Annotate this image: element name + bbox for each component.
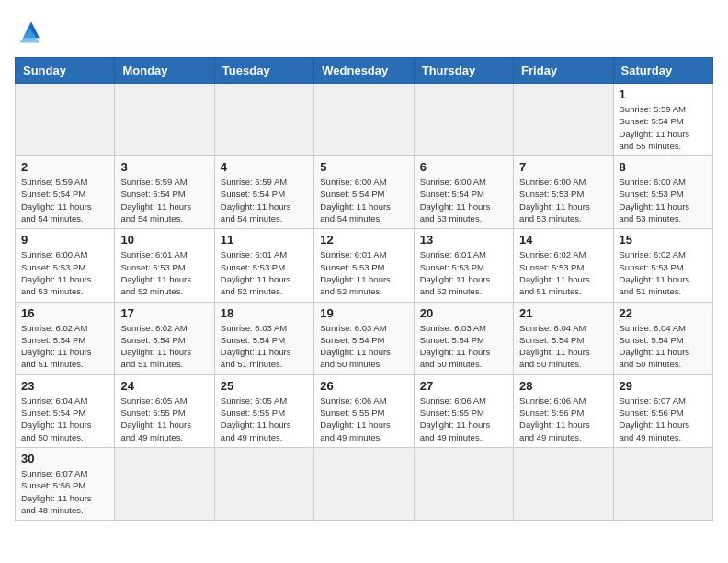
calendar-cell: 29Sunrise: 6:07 AM Sunset: 5:56 PM Dayli… [613, 374, 712, 447]
weekday-header-wednesday: Wednesday [314, 58, 414, 84]
day-info: Sunrise: 6:05 AM Sunset: 5:55 PM Dayligh… [221, 395, 308, 443]
day-number: 1 [620, 87, 707, 101]
day-number: 19 [320, 306, 407, 320]
calendar-table: SundayMondayTuesdayWednesdayThursdayFrid… [15, 57, 713, 521]
day-info: Sunrise: 6:00 AM Sunset: 5:53 PM Dayligh… [21, 248, 108, 297]
day-info: Sunrise: 6:04 AM Sunset: 5:54 PM Dayligh… [519, 322, 607, 371]
day-info: Sunrise: 6:03 AM Sunset: 5:54 PM Dayligh… [221, 322, 308, 371]
weekday-header-saturday: Saturday [613, 58, 712, 84]
day-info: Sunrise: 6:06 AM Sunset: 5:55 PM Dayligh… [420, 395, 507, 443]
day-number: 5 [320, 160, 407, 174]
calendar-week-row: 1Sunrise: 5:59 AM Sunset: 5:54 PM Daylig… [16, 84, 713, 156]
day-info: Sunrise: 6:06 AM Sunset: 5:55 PM Dayligh… [320, 395, 407, 443]
calendar-cell: 12Sunrise: 6:01 AM Sunset: 5:53 PM Dayli… [314, 229, 414, 302]
logo-icon [15, 15, 48, 48]
page-header [15, 15, 713, 48]
calendar-cell [115, 447, 214, 520]
day-info: Sunrise: 6:01 AM Sunset: 5:53 PM Dayligh… [420, 248, 507, 297]
day-number: 15 [620, 233, 707, 247]
calendar-week-row: 16Sunrise: 6:02 AM Sunset: 5:54 PM Dayli… [16, 302, 713, 374]
day-number: 16 [21, 306, 108, 320]
day-number: 2 [21, 160, 108, 174]
calendar-cell: 11Sunrise: 6:01 AM Sunset: 5:53 PM Dayli… [214, 229, 313, 302]
calendar-week-row: 30Sunrise: 6:07 AM Sunset: 5:56 PM Dayli… [16, 447, 713, 520]
day-number: 6 [420, 160, 507, 174]
calendar-cell: 7Sunrise: 6:00 AM Sunset: 5:53 PM Daylig… [514, 156, 613, 229]
calendar-cell: 1Sunrise: 5:59 AM Sunset: 5:54 PM Daylig… [613, 84, 712, 156]
weekday-header-thursday: Thursday [414, 58, 513, 84]
day-number: 27 [420, 379, 507, 393]
weekday-header-monday: Monday [115, 58, 214, 84]
day-info: Sunrise: 6:00 AM Sunset: 5:53 PM Dayligh… [519, 176, 607, 224]
calendar-cell [314, 447, 414, 520]
calendar-cell [414, 84, 513, 156]
calendar-cell: 19Sunrise: 6:03 AM Sunset: 5:54 PM Dayli… [314, 302, 414, 374]
calendar-cell: 28Sunrise: 6:06 AM Sunset: 5:56 PM Dayli… [514, 374, 613, 447]
calendar-cell: 3Sunrise: 5:59 AM Sunset: 5:54 PM Daylig… [115, 156, 214, 229]
day-info: Sunrise: 6:06 AM Sunset: 5:56 PM Dayligh… [519, 395, 607, 443]
calendar-cell: 6Sunrise: 6:00 AM Sunset: 5:54 PM Daylig… [414, 156, 513, 229]
calendar-cell: 2Sunrise: 5:59 AM Sunset: 5:54 PM Daylig… [16, 156, 115, 229]
day-info: Sunrise: 6:04 AM Sunset: 5:54 PM Dayligh… [21, 395, 108, 443]
weekday-header-sunday: Sunday [16, 58, 115, 84]
calendar-week-row: 23Sunrise: 6:04 AM Sunset: 5:54 PM Dayli… [16, 374, 713, 447]
calendar-body: 1Sunrise: 5:59 AM Sunset: 5:54 PM Daylig… [16, 84, 713, 521]
day-number: 26 [320, 379, 407, 393]
calendar-cell: 30Sunrise: 6:07 AM Sunset: 5:56 PM Dayli… [16, 447, 115, 520]
day-info: Sunrise: 6:02 AM Sunset: 5:54 PM Dayligh… [120, 322, 208, 371]
calendar-cell: 8Sunrise: 6:00 AM Sunset: 5:53 PM Daylig… [613, 156, 712, 229]
calendar-cell: 25Sunrise: 6:05 AM Sunset: 5:55 PM Dayli… [214, 374, 313, 447]
day-info: Sunrise: 6:00 AM Sunset: 5:54 PM Dayligh… [320, 176, 407, 224]
day-info: Sunrise: 5:59 AM Sunset: 5:54 PM Dayligh… [21, 176, 108, 224]
day-number: 8 [620, 160, 707, 174]
day-info: Sunrise: 6:03 AM Sunset: 5:54 PM Dayligh… [320, 322, 407, 371]
day-info: Sunrise: 6:02 AM Sunset: 5:54 PM Dayligh… [21, 322, 108, 371]
day-number: 24 [120, 379, 208, 393]
day-number: 3 [120, 160, 208, 174]
weekday-header-tuesday: Tuesday [214, 58, 313, 84]
calendar-week-row: 2Sunrise: 5:59 AM Sunset: 5:54 PM Daylig… [16, 156, 713, 229]
calendar-cell: 20Sunrise: 6:03 AM Sunset: 5:54 PM Dayli… [414, 302, 513, 374]
day-number: 10 [120, 233, 208, 247]
day-info: Sunrise: 5:59 AM Sunset: 5:54 PM Dayligh… [620, 103, 707, 152]
day-number: 20 [420, 306, 507, 320]
day-info: Sunrise: 6:02 AM Sunset: 5:53 PM Dayligh… [519, 248, 607, 297]
day-number: 14 [519, 233, 607, 247]
calendar-cell: 5Sunrise: 6:00 AM Sunset: 5:54 PM Daylig… [314, 156, 414, 229]
day-info: Sunrise: 6:05 AM Sunset: 5:55 PM Dayligh… [120, 395, 208, 443]
day-number: 23 [21, 379, 108, 393]
day-number: 28 [519, 379, 607, 393]
day-number: 25 [221, 379, 308, 393]
calendar-cell [514, 84, 613, 156]
day-info: Sunrise: 6:03 AM Sunset: 5:54 PM Dayligh… [420, 322, 507, 371]
calendar-cell [514, 447, 613, 520]
calendar-cell: 21Sunrise: 6:04 AM Sunset: 5:54 PM Dayli… [514, 302, 613, 374]
day-info: Sunrise: 5:59 AM Sunset: 5:54 PM Dayligh… [120, 176, 208, 224]
calendar-cell [613, 447, 712, 520]
weekday-header-friday: Friday [514, 58, 613, 84]
day-number: 22 [620, 306, 707, 320]
calendar-cell [16, 84, 115, 156]
day-info: Sunrise: 6:01 AM Sunset: 5:53 PM Dayligh… [320, 248, 407, 297]
calendar-cell [115, 84, 214, 156]
day-info: Sunrise: 6:00 AM Sunset: 5:54 PM Dayligh… [420, 176, 507, 224]
day-number: 21 [519, 306, 607, 320]
day-number: 29 [620, 379, 707, 393]
calendar-cell: 24Sunrise: 6:05 AM Sunset: 5:55 PM Dayli… [115, 374, 214, 447]
calendar-cell: 16Sunrise: 6:02 AM Sunset: 5:54 PM Dayli… [16, 302, 115, 374]
day-info: Sunrise: 6:01 AM Sunset: 5:53 PM Dayligh… [120, 248, 208, 297]
day-info: Sunrise: 6:07 AM Sunset: 5:56 PM Dayligh… [620, 395, 707, 443]
day-number: 30 [21, 452, 108, 465]
calendar-cell: 14Sunrise: 6:02 AM Sunset: 5:53 PM Dayli… [514, 229, 613, 302]
calendar-cell: 15Sunrise: 6:02 AM Sunset: 5:53 PM Dayli… [613, 229, 712, 302]
day-info: Sunrise: 6:04 AM Sunset: 5:54 PM Dayligh… [620, 322, 707, 371]
day-info: Sunrise: 6:00 AM Sunset: 5:53 PM Dayligh… [620, 176, 707, 224]
day-number: 17 [120, 306, 208, 320]
calendar-header-row: SundayMondayTuesdayWednesdayThursdayFrid… [16, 58, 713, 84]
calendar-cell [314, 84, 414, 156]
day-number: 18 [221, 306, 308, 320]
calendar-week-row: 9Sunrise: 6:00 AM Sunset: 5:53 PM Daylig… [16, 229, 713, 302]
calendar-cell [214, 84, 313, 156]
calendar-cell: 26Sunrise: 6:06 AM Sunset: 5:55 PM Dayli… [314, 374, 414, 447]
calendar-cell: 18Sunrise: 6:03 AM Sunset: 5:54 PM Dayli… [214, 302, 313, 374]
